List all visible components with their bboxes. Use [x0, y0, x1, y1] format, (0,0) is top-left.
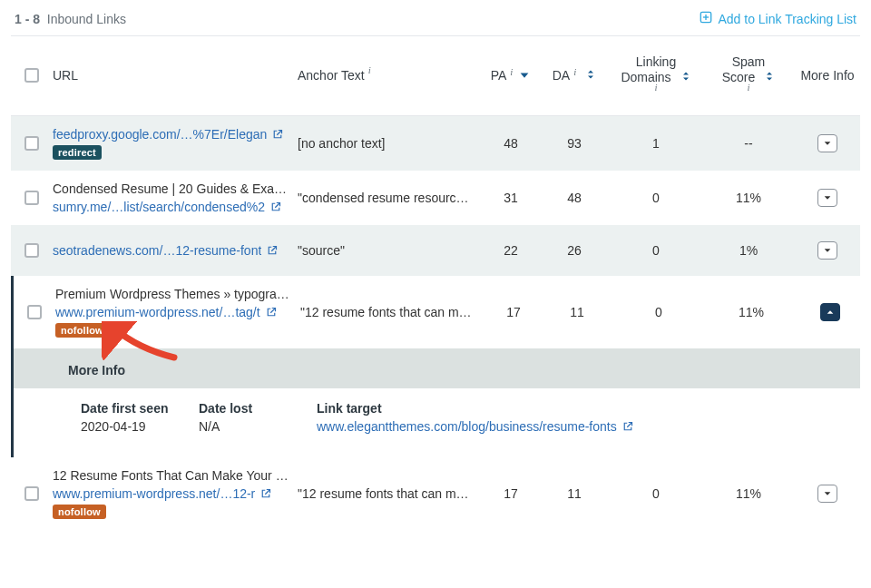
info-icon[interactable]: i [654, 82, 657, 93]
spam-score-value: 11% [706, 191, 791, 205]
more-info-toggle[interactable] [817, 189, 837, 207]
date-lost-label: Date lost [199, 401, 317, 416]
sort-chevrons-icon [585, 68, 596, 84]
pa-value: 17 [479, 486, 543, 501]
plus-square-icon [700, 11, 712, 26]
expanded-panel: Date first seen Date lost Link target 20… [11, 388, 860, 457]
external-link-icon [267, 245, 278, 256]
link-target-label: Link target [317, 401, 860, 416]
sort-chevrons-icon [764, 70, 775, 85]
add-to-tracking-label: Add to Link Tracking List [718, 12, 856, 26]
col-spam-score[interactable]: Spam Score i [706, 54, 791, 97]
row-checkbox[interactable] [24, 486, 39, 501]
more-info-toggle[interactable] [817, 485, 837, 503]
pa-value: 48 [479, 136, 543, 151]
sort-chevrons-icon [680, 70, 691, 85]
row-url-link[interactable]: sumry.me/…list/search/condensed%2 [53, 200, 289, 214]
pa-value: 17 [482, 305, 545, 319]
external-link-icon [260, 488, 271, 499]
row-checkbox[interactable] [27, 305, 42, 319]
linking-domains-value: 1 [606, 136, 706, 151]
linking-domains-value: 0 [606, 191, 706, 205]
external-link-icon [266, 307, 277, 318]
row-checkbox[interactable] [24, 243, 39, 258]
anchor-text: "12 resume fonts that can m… [298, 486, 479, 501]
table-row: 12 Resume Fonts That Can Make Your … www… [11, 457, 860, 530]
external-link-icon [272, 129, 283, 140]
row-checkbox[interactable] [24, 136, 39, 151]
spam-score-value: 11% [709, 305, 794, 319]
row-url-link[interactable]: feedproxy.google.com/…%7Er/Elegan [53, 127, 289, 142]
linking-domains-value: 0 [606, 243, 706, 258]
info-icon[interactable]: i [747, 82, 749, 93]
date-first-seen-value: 2020-04-19 [81, 419, 199, 434]
inbound-links-title: Inbound Links [47, 12, 126, 26]
da-value: 48 [543, 191, 606, 205]
date-first-seen-label: Date first seen [81, 401, 199, 416]
inbound-links-summary: 1 - 8 Inbound Links [15, 12, 126, 26]
info-icon[interactable]: i [573, 66, 576, 79]
table-row: seotradenews.com/…12-resume-font "source… [11, 225, 860, 276]
row-checkbox[interactable] [24, 191, 39, 205]
anchor-text: "condensed resume resourc… [298, 191, 479, 205]
add-to-tracking-button[interactable]: Add to Link Tracking List [700, 11, 856, 26]
date-lost-value: N/A [199, 419, 317, 434]
row-url-link[interactable]: www.premium-wordpress.net/…12-r [53, 486, 289, 501]
col-da[interactable]: DA i [543, 68, 606, 84]
da-value: 11 [543, 486, 606, 501]
da-value: 26 [543, 243, 606, 258]
col-anchor-text[interactable]: Anchor Text i [298, 68, 479, 84]
row-url-link[interactable]: seotradenews.com/…12-resume-font [53, 243, 289, 258]
row-title: Condensed Resume | 20 Guides & Exa… [53, 181, 289, 196]
anchor-text: [no anchor text] [298, 136, 479, 151]
anchor-text: "source" [298, 243, 479, 258]
select-all-checkbox[interactable] [24, 68, 39, 83]
table-body: feedproxy.google.com/…%7Er/Elegan redire… [11, 116, 860, 530]
row-title: 12 Resume Fonts That Can Make Your … [53, 468, 289, 483]
pa-value: 22 [479, 243, 543, 258]
linking-domains-value: 0 [609, 305, 709, 319]
more-info-toggle[interactable] [820, 303, 840, 321]
table-row: Premium Wordpress Themes » typogra… www.… [11, 276, 860, 348]
spam-score-value: 11% [706, 486, 791, 501]
da-value: 93 [543, 136, 606, 151]
spam-score-value: -- [706, 136, 791, 151]
table-row: feedproxy.google.com/…%7Er/Elegan redire… [11, 116, 860, 171]
table-header: URL Anchor Text i PA i DA i [11, 36, 860, 116]
col-linking-domains[interactable]: Linking Domains i [606, 54, 706, 97]
info-icon[interactable]: i [510, 66, 513, 79]
pa-value: 31 [479, 191, 543, 205]
row-url-link[interactable]: www.premium-wordpress.net/…tag/t [55, 305, 291, 319]
external-link-icon [270, 201, 281, 212]
col-url[interactable]: URL [53, 68, 298, 84]
col-more-info: More Info [791, 68, 864, 84]
da-value: 11 [545, 305, 609, 319]
count-range: 1 - 8 [15, 12, 40, 26]
nofollow-badge: nofollow [55, 323, 109, 338]
info-icon[interactable]: i [368, 64, 371, 77]
external-link-icon [622, 421, 633, 432]
link-target-link[interactable]: www.elegantthemes.com/blog/business/resu… [317, 419, 633, 434]
more-info-toggle[interactable] [817, 134, 837, 152]
spam-score-value: 1% [706, 243, 791, 258]
anchor-text: "12 resume fonts that can m… [300, 305, 482, 319]
redirect-badge: redirect [53, 145, 102, 160]
expanded-header: More Info [11, 348, 860, 388]
nofollow-badge: nofollow [53, 505, 106, 519]
more-info-toggle[interactable] [817, 241, 837, 260]
linking-domains-value: 0 [606, 486, 706, 501]
row-title: Premium Wordpress Themes » typogra… [55, 287, 291, 301]
table-row: Condensed Resume | 20 Guides & Exa… sumr… [11, 171, 860, 225]
col-pa[interactable]: PA i [479, 68, 543, 84]
chevron-down-icon [518, 69, 531, 82]
